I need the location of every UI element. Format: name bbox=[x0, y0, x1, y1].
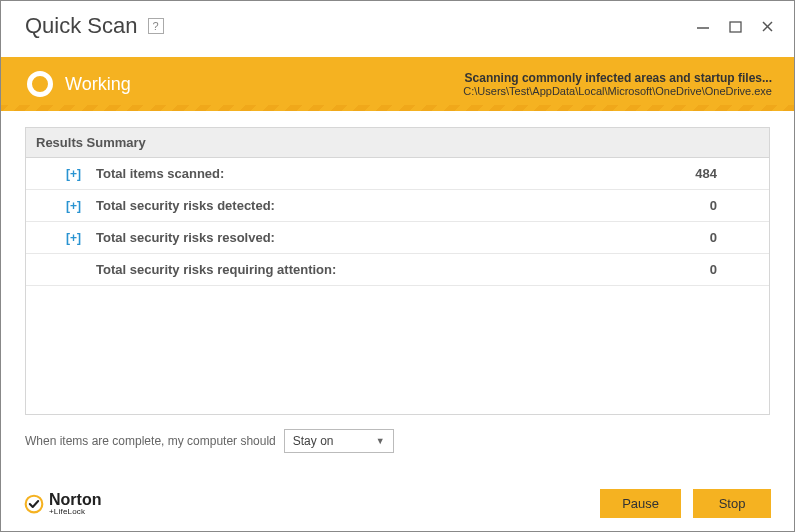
title-left: Quick Scan ? bbox=[25, 13, 164, 39]
footer: Norton +LifeLock Pause Stop bbox=[0, 479, 795, 532]
svg-rect-1 bbox=[730, 22, 741, 32]
close-button[interactable] bbox=[758, 17, 776, 35]
minimize-button[interactable] bbox=[694, 17, 712, 35]
result-row-resolved: [+] Total security risks resolved: 0 bbox=[26, 222, 769, 254]
row-value: 0 bbox=[710, 262, 757, 277]
brand-name: Norton bbox=[49, 492, 101, 508]
row-value: 0 bbox=[710, 230, 757, 245]
row-label: Total items scanned: bbox=[96, 166, 695, 181]
pause-button[interactable]: Pause bbox=[600, 489, 681, 518]
status-band: Working Scanning commonly infected areas… bbox=[1, 57, 794, 111]
brand-text: Norton +LifeLock bbox=[49, 492, 101, 516]
expand-toggle[interactable]: [+] bbox=[66, 167, 88, 181]
titlebar: Quick Scan ? bbox=[1, 1, 794, 57]
completion-select[interactable]: Stay on ▼ bbox=[284, 429, 394, 453]
expand-toggle[interactable]: [+] bbox=[66, 231, 88, 245]
content: Results Summary [+] Total items scanned:… bbox=[1, 111, 794, 415]
status-path: C:\Users\Test\AppData\Local\Microsoft\On… bbox=[463, 85, 772, 97]
completion-prompt: When items are complete, my computer sho… bbox=[25, 434, 276, 448]
row-value: 484 bbox=[695, 166, 757, 181]
results-header: Results Summary bbox=[26, 128, 769, 158]
footer-buttons: Pause Stop bbox=[600, 489, 771, 518]
status-state: Working bbox=[65, 74, 131, 95]
status-right: Scanning commonly infected areas and sta… bbox=[463, 71, 772, 97]
row-label: Total security risks requiring attention… bbox=[96, 262, 710, 277]
stop-button[interactable]: Stop bbox=[693, 489, 771, 518]
result-row-attention: Total security risks requiring attention… bbox=[26, 254, 769, 286]
norton-check-icon bbox=[24, 494, 44, 514]
maximize-button[interactable] bbox=[726, 17, 744, 35]
expand-toggle[interactable]: [+] bbox=[66, 199, 88, 213]
completion-selected: Stay on bbox=[293, 434, 334, 448]
brand-sub: +LifeLock bbox=[49, 508, 101, 516]
results-panel: Results Summary [+] Total items scanned:… bbox=[25, 127, 770, 415]
window-controls bbox=[694, 17, 776, 35]
svg-point-4 bbox=[26, 495, 43, 512]
spinner-icon bbox=[27, 71, 53, 97]
result-row-detected: [+] Total security risks detected: 0 bbox=[26, 190, 769, 222]
chevron-down-icon: ▼ bbox=[376, 436, 385, 446]
brand-logo: Norton +LifeLock bbox=[24, 492, 101, 516]
row-label: Total security risks detected: bbox=[96, 198, 710, 213]
row-label: Total security risks resolved: bbox=[96, 230, 710, 245]
result-row-scanned: [+] Total items scanned: 484 bbox=[26, 158, 769, 190]
row-value: 0 bbox=[710, 198, 757, 213]
status-message: Scanning commonly infected areas and sta… bbox=[463, 71, 772, 85]
help-button[interactable]: ? bbox=[148, 18, 164, 34]
window-title: Quick Scan bbox=[25, 13, 138, 39]
completion-row: When items are complete, my computer sho… bbox=[1, 415, 794, 453]
status-left: Working bbox=[27, 71, 131, 97]
